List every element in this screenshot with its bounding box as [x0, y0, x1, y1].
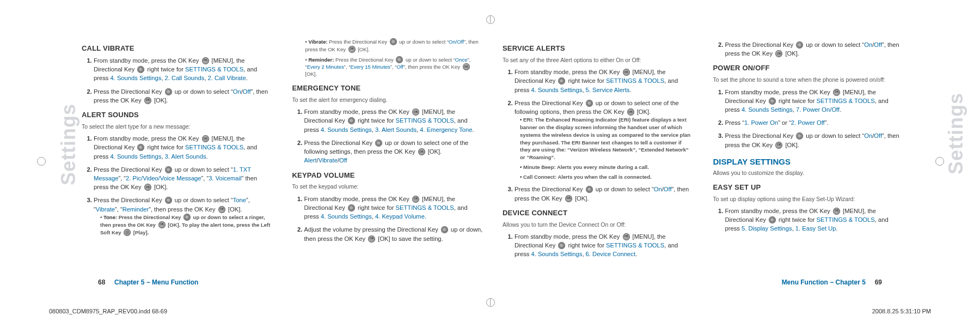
indd-filename: 080803_CDM8975_RAP_REV00.indd 68-69 [49, 308, 167, 314]
t: Press the Directional Key [725, 132, 795, 139]
steps-alert-sounds: From standby mode, press the OK Key [MEN… [82, 134, 273, 236]
ok-key-icon [775, 50, 782, 57]
t: right twice for [777, 98, 817, 104]
t: Press the Directional Key [94, 197, 164, 203]
link: 2. Power Off [791, 119, 825, 126]
t: [OK]. [783, 142, 799, 148]
step: Press the Directional Key up or down to … [514, 99, 694, 181]
steps-power: From standby mode, press the OK Key [MEN… [713, 88, 904, 149]
t: [OK]. [226, 206, 242, 213]
step: Press the Directional Key up or down to … [725, 131, 904, 149]
t: Press “ [725, 119, 744, 126]
link: Every 2 Minutes [307, 64, 344, 70]
link: 2. Pic/Video/Voice Message [126, 175, 201, 181]
t: [OK] to save the setting. [376, 235, 443, 242]
t: [OK]. [357, 46, 370, 52]
heading-device-connect: DEVICE CONNECT [503, 208, 694, 219]
opt-eri: ERI: The Enhanced Roaming Indicator (ERI… [520, 116, 694, 161]
step: Press the Directional Key up or down to … [725, 40, 904, 58]
link: Vibrate [96, 206, 115, 213]
column-3: SERVICE ALERTS To set any of the three A… [503, 38, 694, 263]
t: Press the Directional Key [514, 186, 585, 192]
t: From standby mode, press the OK Key [94, 135, 201, 142]
t: [OK]. [783, 50, 799, 57]
manual-spread: Settings Settings CALL VIBRATE From stan… [0, 0, 980, 321]
t: right twice for [145, 144, 185, 150]
t: ”, “ [115, 206, 122, 213]
column-1: CALL VIBRATE From standby mode, press th… [82, 38, 273, 263]
steps-emergency: From standby mode, press the OK Key [MEN… [292, 107, 483, 165]
heading-service-alerts: SERVICE ALERTS [503, 44, 694, 54]
t: From standby mode, press the OK Key [94, 57, 201, 64]
ok-key-icon [202, 135, 209, 142]
directional-key-icon [558, 242, 565, 249]
link: SETTINGS & TOOLS [606, 77, 664, 84]
heading-easy-set-up: EASY SET UP [713, 183, 904, 193]
link: Off [339, 157, 347, 163]
subtext: To set the keypad volume: [292, 183, 483, 191]
ok-key-icon [833, 89, 840, 96]
step: Press “1. Power On” or “2. Power Off”. [725, 118, 904, 127]
opt-call-connect: Call Connect: Alerts you when the call i… [520, 173, 694, 181]
link: 4. Emergency Tone [420, 126, 472, 133]
t: ”, “ [390, 64, 397, 70]
steps-service-alerts: From standby mode, press the OK Key [MEN… [503, 68, 694, 203]
t: ERI: [523, 117, 534, 123]
chapter-title-left: Chapter 5 − Menu Function [114, 278, 198, 286]
t: right twice for [145, 66, 185, 72]
soft-key-icon [124, 229, 131, 236]
t: up or down to select “ [804, 41, 864, 48]
t: up or down to select “ [173, 166, 233, 173]
directional-key-icon [165, 166, 172, 173]
link: Once [455, 57, 468, 63]
link: Reminder [122, 206, 149, 213]
t: . [629, 87, 631, 93]
link: 7. Power On/Off [796, 106, 840, 113]
t: right twice for [356, 204, 396, 211]
t: up or down to select “ [173, 88, 233, 95]
link: SETTINGS & TOOLS [817, 216, 875, 223]
link: 1. Power On [744, 119, 778, 126]
steps-device-connect: From standby mode, press the OK Key [MEN… [503, 232, 694, 259]
t: ” or “ [778, 119, 791, 126]
t: ”, “ [118, 175, 126, 181]
t: Adjust the volume by pressing the Direct… [304, 226, 440, 233]
subtext: To set up display options using the Easy… [713, 195, 904, 203]
directional-key-icon [586, 100, 593, 107]
t: . [840, 106, 841, 113]
ok-key-icon [412, 108, 419, 116]
ok-key-icon [144, 97, 151, 104]
t: Alerts you every minute during a call. [556, 164, 649, 170]
step: From standby mode, press the OK Key [MEN… [514, 68, 694, 94]
t: Press the Directional Key [117, 214, 182, 220]
t: [OK]. [305, 71, 317, 77]
t: Call Connect: [523, 174, 556, 180]
t: From standby mode, press the OK Key [725, 89, 832, 95]
ok-key-icon [158, 221, 166, 228]
t: right twice for [777, 216, 817, 223]
directional-key-icon [796, 41, 803, 49]
ok-key-icon [368, 235, 375, 243]
t: up or down to select “ [398, 39, 449, 45]
directional-key-icon [396, 56, 403, 63]
step: Press the Directional Key up or down to … [94, 196, 273, 236]
step: Press the Directional Key up or down to … [94, 165, 273, 192]
directional-key-icon [137, 144, 144, 151]
directional-key-icon [137, 66, 144, 73]
register-mark-icon [935, 157, 943, 165]
ok-key-icon [463, 63, 470, 70]
t: Reminder: [308, 57, 334, 63]
link: 3. Voicemail [209, 175, 241, 181]
link: 4. Keypad Volume [375, 213, 425, 220]
footer-right: Menu Function − Chapter 5 69 [782, 278, 882, 286]
t: Alerts you when the call is connected. [556, 174, 651, 180]
t: ”, “ [201, 175, 209, 181]
footer-left: 68 Chapter 5 − Menu Function [98, 278, 198, 286]
t: . [836, 225, 837, 232]
link: 4. Sounds Settings [110, 75, 161, 81]
link: Vibrate [318, 157, 338, 163]
link: 2. Call Sounds [165, 75, 205, 81]
ok-key-icon [218, 206, 225, 213]
heading-call-vibrate: CALL VIBRATE [82, 44, 273, 54]
step: Press the Directional Key up or down to … [304, 138, 483, 165]
